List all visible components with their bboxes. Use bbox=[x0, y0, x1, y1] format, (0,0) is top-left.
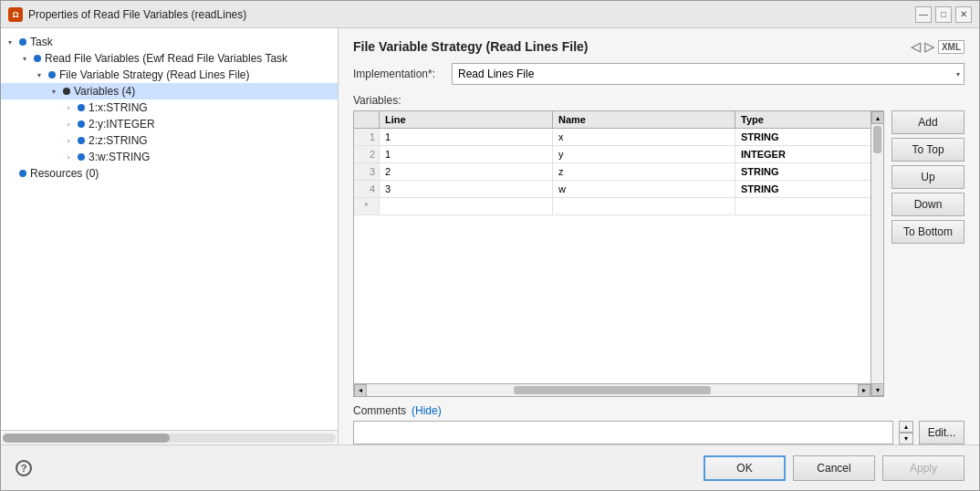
arrow-fvs[interactable]: ▾ bbox=[34, 69, 45, 80]
close-button[interactable]: ✕ bbox=[955, 6, 972, 23]
comments-label: Comments bbox=[353, 404, 406, 417]
table-row[interactable]: 4 3 w STRING bbox=[354, 181, 871, 198]
cell-type-new[interactable] bbox=[735, 198, 871, 214]
nav-back-icon[interactable]: ◁ bbox=[911, 39, 921, 54]
spin-buttons: ▴ ▾ bbox=[899, 421, 913, 444]
panel-title-text: File Variable Strategy (Read Lines File) bbox=[353, 39, 589, 54]
edit-button[interactable]: Edit... bbox=[919, 421, 964, 444]
arrow-task[interactable]: ▾ bbox=[5, 37, 16, 47]
h-scroll-left-arrow[interactable]: ◂ bbox=[354, 384, 367, 397]
down-button[interactable]: Down bbox=[891, 193, 964, 216]
arrow-var-z[interactable]: › bbox=[63, 135, 74, 146]
comments-input[interactable] bbox=[353, 421, 893, 444]
cell-rownum-1: 1 bbox=[354, 129, 380, 145]
action-buttons: Add To Top Up Down To Bottom bbox=[891, 110, 964, 397]
tree-item-task[interactable]: ▾ Task bbox=[1, 34, 338, 50]
implementation-value: Read Lines File bbox=[458, 68, 534, 80]
tree-item-var-x[interactable]: › 1:x:STRING bbox=[1, 99, 338, 116]
arrow-vars[interactable]: ▾ bbox=[48, 86, 59, 97]
cell-line-4[interactable]: 3 bbox=[380, 181, 553, 197]
left-scrollbar-area[interactable] bbox=[1, 430, 338, 444]
cell-name-1[interactable]: x bbox=[553, 129, 735, 145]
arrow-var-y[interactable]: › bbox=[63, 119, 74, 130]
table-row-new[interactable]: * bbox=[354, 198, 871, 215]
spin-up-button[interactable]: ▴ bbox=[899, 421, 913, 433]
minimize-button[interactable]: — bbox=[915, 6, 932, 23]
dot-resources bbox=[19, 170, 26, 177]
cell-name-3[interactable]: z bbox=[553, 163, 735, 180]
table-inner: Line Name Type 1 1 bbox=[354, 111, 883, 396]
tree-item-resources[interactable]: Resources (0) bbox=[1, 165, 338, 182]
title-bar: Ω Properties of Read File Variables (rea… bbox=[1, 1, 979, 28]
v-scroll-thumb bbox=[873, 126, 881, 153]
cell-type-1[interactable]: STRING bbox=[735, 129, 871, 145]
main-window: Ω Properties of Read File Variables (rea… bbox=[0, 0, 980, 491]
ok-button[interactable]: OK bbox=[704, 455, 786, 481]
nav-fwd-icon[interactable]: ▷ bbox=[924, 39, 934, 54]
cancel-button[interactable]: Cancel bbox=[793, 455, 875, 481]
table-row[interactable]: 3 2 z STRING bbox=[354, 163, 871, 181]
cell-type-2[interactable]: INTEGER bbox=[735, 146, 871, 162]
cell-name-2[interactable]: y bbox=[553, 146, 735, 162]
table-row[interactable]: 1 1 x STRING bbox=[354, 129, 871, 146]
cell-line-new[interactable] bbox=[380, 198, 553, 214]
cell-name-4[interactable]: w bbox=[553, 181, 735, 197]
tree-item-var-w[interactable]: › 3:w:STRING bbox=[1, 149, 338, 165]
maximize-button[interactable]: □ bbox=[935, 6, 952, 23]
table-header: Line Name Type bbox=[354, 111, 871, 129]
left-h-scrollbar-thumb bbox=[3, 434, 170, 443]
add-button[interactable]: Add bbox=[891, 110, 964, 134]
help-button[interactable]: ? bbox=[16, 460, 32, 476]
left-h-scrollbar[interactable] bbox=[3, 434, 336, 443]
cell-type-4[interactable]: STRING bbox=[735, 181, 871, 197]
implementation-select[interactable]: Read Lines File ▾ bbox=[452, 63, 964, 85]
dot-fvs bbox=[48, 71, 56, 78]
tree-item-variables[interactable]: ▾ Variables (4) bbox=[1, 83, 338, 99]
h-scrollbar-area[interactable]: ◂ ▸ bbox=[354, 383, 871, 396]
comments-hide-link[interactable]: (Hide) bbox=[412, 404, 442, 417]
app-icon: Ω bbox=[8, 7, 23, 22]
title-bar-controls: — □ ✕ bbox=[915, 6, 972, 23]
cell-rownum-3: 3 bbox=[354, 163, 380, 180]
cell-line-3[interactable]: 2 bbox=[380, 163, 553, 180]
tree-area[interactable]: ▾ Task ▾ Read File Variables (Ewf Read F… bbox=[1, 28, 338, 430]
panel-title-icons: ◁ ▷ XML bbox=[911, 39, 964, 54]
comments-input-row: ▴ ▾ Edit... bbox=[353, 421, 964, 444]
cell-type-3[interactable]: STRING bbox=[735, 163, 871, 180]
dot-rfv bbox=[34, 55, 41, 62]
v-scrollbar-area[interactable]: ▴ ▾ bbox=[871, 111, 883, 396]
h-scroll-track[interactable] bbox=[367, 384, 858, 396]
xml-badge[interactable]: XML bbox=[938, 40, 964, 54]
tree-item-var-z[interactable]: › 2:z:STRING bbox=[1, 132, 338, 149]
to-bottom-button[interactable]: To Bottom bbox=[891, 220, 964, 244]
v-scroll-down-arrow[interactable]: ▾ bbox=[871, 383, 884, 396]
spin-down-button[interactable]: ▾ bbox=[899, 433, 913, 444]
variables-body: Line Name Type 1 1 bbox=[353, 110, 964, 397]
v-scroll-up-arrow[interactable]: ▴ bbox=[871, 111, 884, 124]
v-scroll-track[interactable] bbox=[871, 124, 883, 383]
dot-var-y bbox=[78, 120, 85, 128]
apply-button[interactable]: Apply bbox=[882, 455, 964, 481]
tree-item-read-file-variables[interactable]: ▾ Read File Variables (Ewf Read File Var… bbox=[1, 50, 338, 67]
cell-name-new[interactable] bbox=[553, 198, 735, 214]
tree-item-fvs[interactable]: ▾ File Variable Strategy (Read Lines Fil… bbox=[1, 67, 338, 83]
table-main: Line Name Type 1 1 bbox=[354, 111, 871, 396]
title-bar-left: Ω Properties of Read File Variables (rea… bbox=[8, 7, 246, 22]
dot-var-z bbox=[78, 137, 85, 144]
arrow-rfv[interactable]: ▾ bbox=[19, 53, 30, 64]
arrow-var-w[interactable]: › bbox=[63, 151, 74, 162]
cell-line-2[interactable]: 1 bbox=[380, 146, 553, 162]
up-button[interactable]: Up bbox=[891, 165, 964, 189]
h-scroll-right-arrow[interactable]: ▸ bbox=[858, 384, 871, 397]
tree-label-fvs: File Variable Strategy (Read Lines File) bbox=[59, 68, 250, 81]
header-name: Name bbox=[553, 111, 735, 128]
arrow-var-x[interactable]: › bbox=[63, 102, 74, 113]
tree-label-task: Task bbox=[30, 36, 53, 48]
header-line: Line bbox=[380, 111, 553, 128]
tree-item-var-y[interactable]: › 2:y:INTEGER bbox=[1, 116, 338, 132]
to-top-button[interactable]: To Top bbox=[891, 138, 964, 162]
table-row[interactable]: 2 1 y INTEGER bbox=[354, 146, 871, 163]
comments-section: Comments (Hide) ▴ ▾ Edit... bbox=[353, 404, 964, 444]
cell-line-1[interactable]: 1 bbox=[380, 129, 553, 145]
main-content: ▾ Task ▾ Read File Variables (Ewf Read F… bbox=[1, 28, 979, 444]
